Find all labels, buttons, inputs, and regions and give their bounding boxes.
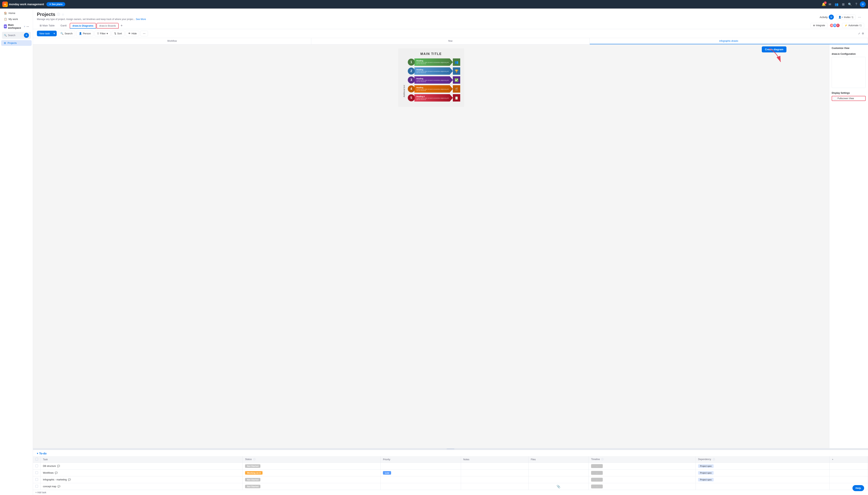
table-row: Workflows 💬 Working on it Low	[33, 470, 868, 476]
infographic-row-5: 5 Heading 5 Lorem ipsum dolor sit amet c…	[408, 94, 460, 102]
row1-status-badge[interactable]: Not Started	[245, 464, 260, 468]
tab-gantt[interactable]: Gantt	[58, 22, 69, 29]
hide-button[interactable]: 👁 Hide	[126, 31, 139, 36]
search-icon[interactable]: 🔍	[847, 2, 853, 7]
inbox-icon[interactable]: ✉	[828, 2, 832, 7]
row3-status[interactable]: Not Started	[243, 476, 380, 483]
sidebar-item-mywork[interactable]: 📋 My work	[1, 16, 32, 22]
sort-icon: ⇅	[114, 32, 116, 35]
row1-dependency: Project spec	[696, 463, 829, 470]
sidebar-item-projects[interactable]: ⊞ Projects	[1, 40, 32, 46]
mywork-icon: 📋	[4, 18, 7, 21]
more-toolbar-button[interactable]: ⋯	[140, 31, 148, 36]
row1-status[interactable]: Not Started	[243, 463, 380, 470]
workspace-more-icon[interactable]: ⋯	[27, 25, 29, 28]
top-right-actions: Activity U 👤+ Invite / 1 ⋯	[817, 15, 864, 20]
automate-button[interactable]: ⚡ Automate / 1	[842, 23, 864, 28]
person-button[interactable]: 👤 Person	[76, 31, 93, 36]
row2-notes	[461, 470, 528, 476]
infographic-heading-2: Heading	[416, 69, 451, 71]
header-more-button[interactable]: ⋯	[858, 15, 861, 19]
infographic-wrapper: MAIN TITLE Additional text 1 Heading	[33, 45, 829, 448]
apps-icon[interactable]: ⊞	[841, 2, 845, 7]
customize-view-section: Customize View	[832, 47, 866, 50]
infographic-bar-3: Heading Lorem ipsum dolor sit amet conse…	[414, 76, 453, 84]
infographic-row-3: 3 Heading Lorem ipsum dolor sit amet con…	[408, 76, 460, 84]
row4-files[interactable]: 📎	[528, 483, 589, 490]
header-checkbox[interactable]	[35, 458, 38, 460]
row4-checkbox[interactable]	[35, 485, 38, 488]
info-icon[interactable]: ⓘ	[57, 13, 60, 17]
help-button[interactable]: Help	[852, 485, 864, 491]
fullscreen-checkbox[interactable]	[834, 97, 836, 100]
workspace-area: Workflow flow infographic.drawio	[33, 38, 868, 495]
col-notes: Notes	[461, 456, 528, 463]
sidebar-projects-label: Projects	[7, 41, 17, 45]
row1-timeline: -	[589, 463, 696, 470]
tab-drawio-diagrams[interactable]: draw.io Diagrams	[70, 23, 96, 29]
user-avatar[interactable]: U	[860, 1, 866, 7]
row2-status-badge[interactable]: Working on it	[245, 471, 262, 475]
settings-icon[interactable]: ⚙	[862, 32, 864, 35]
row4-priority	[380, 483, 461, 490]
people-icon[interactable]: 👥	[834, 2, 839, 7]
row1-timeline-bar: -	[591, 464, 603, 468]
notifications-icon[interactable]: 🔔 1	[821, 2, 826, 6]
search-button[interactable]: 🔍 Search	[58, 31, 75, 36]
row2-status[interactable]: Working on it	[243, 470, 380, 476]
drawio-col-workflow[interactable]: Workflow	[33, 38, 311, 44]
sidebar-search[interactable]: 🔍 Search +	[2, 32, 31, 39]
row2-priority-badge: Low	[383, 471, 391, 475]
drawio-config-textarea[interactable]	[832, 57, 866, 88]
activity-avatar: U	[829, 15, 834, 20]
row3-checkbox[interactable]	[35, 478, 38, 481]
row2-checkbox[interactable]	[35, 471, 38, 474]
table-row: concept map 💬 Not Started 📎	[33, 483, 868, 490]
sidebar-search-icon: 🔍	[4, 34, 7, 37]
row4-status-badge[interactable]: Not Started	[245, 485, 260, 488]
new-task-dropdown[interactable]: ▾	[52, 31, 56, 36]
row2-chat-icon: 💬	[55, 472, 58, 474]
drawio-col-infographic[interactable]: infographic.drawio	[590, 38, 868, 44]
row3-timeline-bar: -	[591, 478, 603, 482]
infographic-title: MAIN TITLE	[402, 52, 460, 56]
infographic-heading-1: Heading	[416, 60, 451, 62]
col-add[interactable]: +	[830, 456, 868, 463]
activity-button[interactable]: Activity U	[820, 15, 834, 20]
tab-drawio-boards[interactable]: draw.io Boards	[97, 23, 119, 29]
row1-extra	[830, 463, 868, 470]
see-more-link[interactable]: See More	[136, 18, 146, 21]
workspace-chevron: ▾	[24, 25, 25, 28]
infographic-bar-1: Heading Lorem ipsum dolor sit amet conse…	[414, 58, 453, 66]
tabs-row: ⊞ Main Table Gantt draw.io Diagrams draw…	[37, 22, 124, 29]
fullscreen-view-option[interactable]: Fullscreen View	[832, 96, 866, 101]
add-tab-button[interactable]: +	[119, 23, 124, 29]
new-task-button[interactable]: New task	[37, 31, 52, 36]
row2-dep-badge: Project spec	[698, 471, 714, 475]
row1-checkbox[interactable]	[35, 464, 38, 467]
sidebar-item-home[interactable]: 🏠 Home	[1, 10, 32, 16]
activity-label: Activity	[820, 16, 828, 19]
sort-button[interactable]: ⇅ Sort	[112, 31, 124, 36]
sidebar-add-button[interactable]: +	[24, 33, 29, 38]
section-arrow[interactable]: ▾	[37, 452, 38, 455]
create-diagram-button[interactable]: Create diagram	[762, 46, 786, 52]
filter-button[interactable]: ▽ Filter ▾	[95, 31, 110, 36]
row3-status-badge[interactable]: Not Started	[245, 478, 260, 481]
drawio-canvas: Create diagram MAIN TITLE Additional tex…	[33, 45, 829, 448]
see-plans-button[interactable]: ✦ See plans	[47, 2, 65, 6]
row4-status[interactable]: Not Started	[243, 483, 380, 490]
expand-icon[interactable]: ⤢	[858, 32, 860, 35]
tab-main-table[interactable]: ⊞ Main Table	[37, 22, 57, 29]
star-icon[interactable]: ☆	[62, 13, 64, 16]
infographic-num-2: 2	[408, 68, 415, 74]
integrate-button[interactable]: ⊕ Integrate	[811, 23, 828, 28]
invite-button[interactable]: 👤+ Invite / 1	[836, 15, 855, 20]
help-icon[interactable]: ?	[855, 2, 858, 7]
automate-icon: ⚡	[845, 24, 847, 27]
row2-timeline-bar: -	[591, 471, 603, 475]
additional-text: Additional text	[403, 63, 405, 97]
add-task-button[interactable]: + Add task	[33, 490, 868, 495]
drawio-col-flow[interactable]: flow	[311, 38, 590, 44]
sidebar-workspace-header[interactable]: M Main workspace ▾ ⋯	[1, 22, 32, 31]
